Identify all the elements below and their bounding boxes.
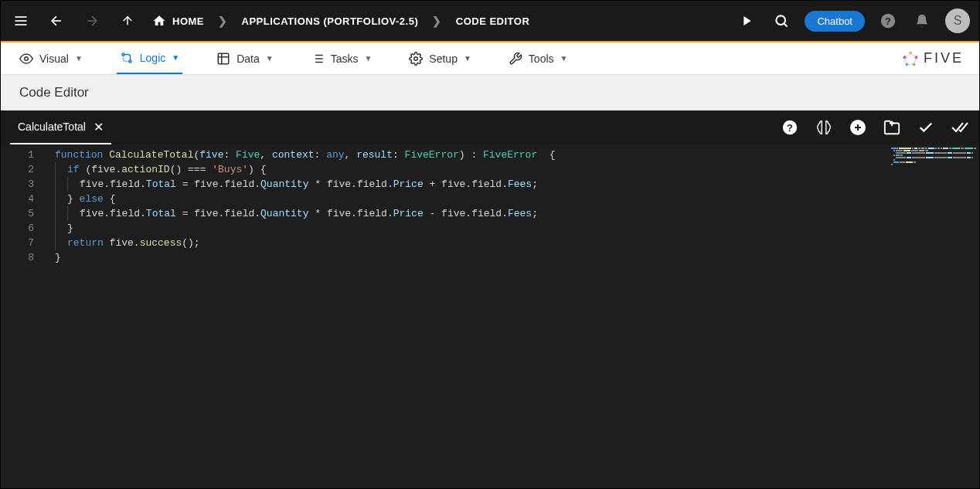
dropdown-arrow-icon: ▼ bbox=[75, 54, 83, 63]
back-arrow-icon[interactable] bbox=[46, 10, 67, 32]
menu-setup[interactable]: Setup ▼ bbox=[406, 44, 475, 73]
editor-tab[interactable]: CalculateTotal ✕ bbox=[10, 110, 111, 144]
menu-visual[interactable]: Visual ▼ bbox=[16, 44, 86, 73]
dropdown-arrow-icon: ▼ bbox=[464, 54, 471, 63]
dropdown-arrow-icon: ▼ bbox=[364, 54, 372, 63]
logo-text: FIVE bbox=[924, 50, 964, 66]
dropdown-arrow-icon: ▼ bbox=[172, 53, 179, 62]
svg-marker-6 bbox=[744, 16, 751, 25]
code-area[interactable]: function CalculateTotal(five: Five, cont… bbox=[43, 144, 979, 488]
svg-point-23 bbox=[414, 56, 418, 60]
menubar: Visual ▼ Logic ▼ Data ▼ Tasks ▼ Setup ▼ … bbox=[1, 42, 979, 75]
tools-icon bbox=[509, 52, 522, 66]
code-line[interactable]: if (five.actionID() === 'Buys') { bbox=[55, 162, 979, 177]
svg-text:?: ? bbox=[787, 122, 793, 134]
brain-icon[interactable] bbox=[814, 117, 834, 138]
bell-icon[interactable] bbox=[911, 10, 933, 32]
breadcrumb: HOME ❯ APPLICATIONS (PORTFOLIOV-2.5) ❯ C… bbox=[152, 14, 529, 28]
code-editor[interactable]: 12345678 function CalculateTotal(five: F… bbox=[1, 144, 979, 488]
home-icon bbox=[152, 14, 166, 28]
line-number: 7 bbox=[1, 236, 34, 250]
svg-line-29 bbox=[910, 53, 916, 57]
code-line[interactable]: } else { bbox=[55, 192, 979, 206]
menu-tools-label: Tools bbox=[529, 53, 554, 65]
svg-point-13 bbox=[129, 60, 131, 63]
menu-logic[interactable]: Logic ▼ bbox=[117, 43, 182, 74]
page-title-bar: Code Editor bbox=[1, 75, 979, 110]
help-circle-icon[interactable]: ? bbox=[780, 117, 800, 138]
code-line[interactable]: five.field.Total = five.field.Quantity *… bbox=[55, 177, 979, 192]
folder-open-icon[interactable] bbox=[882, 117, 902, 138]
code-line[interactable]: five.field.Total = five.field.Quantity *… bbox=[55, 206, 979, 221]
line-number: 1 bbox=[1, 148, 34, 162]
dropdown-arrow-icon: ▼ bbox=[560, 54, 568, 63]
chatbot-button[interactable]: Chatbot bbox=[805, 11, 865, 32]
menu-tools[interactable]: Tools ▼ bbox=[505, 44, 571, 73]
avatar[interactable]: S bbox=[945, 8, 970, 33]
chevron-right-icon: ❯ bbox=[432, 15, 442, 27]
code-line[interactable]: } bbox=[55, 221, 979, 236]
minimap[interactable] bbox=[891, 148, 976, 163]
check-icon[interactable] bbox=[916, 117, 936, 138]
svg-point-11 bbox=[25, 56, 29, 60]
table-icon bbox=[216, 52, 230, 66]
help-icon[interactable]: ? bbox=[877, 10, 899, 32]
breadcrumb-applications[interactable]: APPLICATIONS (PORTFOLIOV-2.5) bbox=[242, 15, 419, 27]
menu-data[interactable]: Data ▼ bbox=[213, 44, 276, 73]
menu-data-label: Data bbox=[236, 53, 260, 65]
menu-setup-label: Setup bbox=[429, 53, 458, 65]
eye-icon bbox=[19, 52, 33, 66]
logo: FIVE bbox=[902, 50, 964, 67]
svg-rect-14 bbox=[218, 53, 229, 64]
menu-tasks-label: Tasks bbox=[331, 53, 359, 65]
up-arrow-icon[interactable] bbox=[117, 10, 138, 32]
svg-text:?: ? bbox=[885, 15, 891, 27]
line-number: 6 bbox=[1, 221, 34, 236]
line-gutter: 12345678 bbox=[1, 144, 43, 488]
logic-icon bbox=[120, 51, 134, 65]
editor-tabbar: CalculateTotal ✕ ? bbox=[1, 110, 979, 144]
line-number: 4 bbox=[1, 192, 34, 206]
breadcrumb-editor[interactable]: CODE EDITOR bbox=[456, 15, 530, 27]
editor-tab-label: CalculateTotal bbox=[18, 121, 86, 133]
svg-line-30 bbox=[914, 57, 917, 64]
line-number: 8 bbox=[1, 250, 34, 265]
double-check-icon[interactable] bbox=[950, 117, 970, 138]
gear-icon bbox=[409, 52, 423, 66]
svg-line-33 bbox=[905, 53, 910, 57]
svg-line-8 bbox=[784, 23, 788, 26]
five-logo-icon bbox=[902, 50, 919, 67]
search-icon[interactable] bbox=[771, 10, 792, 32]
breadcrumb-home[interactable]: HOME bbox=[152, 14, 204, 28]
play-icon[interactable] bbox=[737, 10, 758, 32]
chevron-right-icon: ❯ bbox=[218, 15, 228, 27]
svg-point-7 bbox=[777, 15, 786, 25]
hamburger-menu-icon[interactable] bbox=[10, 10, 32, 32]
menu-visual-label: Visual bbox=[39, 53, 69, 65]
forward-arrow-icon bbox=[81, 10, 103, 32]
editor-actions: ? bbox=[780, 117, 970, 138]
topbar: HOME ❯ APPLICATIONS (PORTFOLIOV-2.5) ❯ C… bbox=[1, 1, 979, 42]
line-number: 2 bbox=[1, 162, 34, 177]
add-circle-icon[interactable] bbox=[848, 117, 868, 138]
page-title: Code Editor bbox=[19, 85, 89, 100]
list-icon bbox=[311, 52, 325, 66]
breadcrumb-editor-label: CODE EDITOR bbox=[456, 15, 530, 27]
svg-line-32 bbox=[905, 57, 907, 64]
svg-point-12 bbox=[122, 53, 124, 56]
close-icon[interactable]: ✕ bbox=[94, 120, 104, 134]
line-number: 5 bbox=[1, 206, 34, 221]
menu-tasks[interactable]: Tasks ▼ bbox=[308, 44, 376, 73]
code-line[interactable]: return five.success(); bbox=[55, 236, 979, 250]
dropdown-arrow-icon: ▼ bbox=[266, 54, 274, 63]
breadcrumb-applications-label: APPLICATIONS (PORTFOLIOV-2.5) bbox=[242, 15, 419, 27]
code-line[interactable]: } bbox=[55, 250, 979, 265]
topbar-right: Chatbot ? S bbox=[737, 8, 970, 33]
topbar-left: HOME ❯ APPLICATIONS (PORTFOLIOV-2.5) ❯ C… bbox=[10, 10, 529, 32]
breadcrumb-home-label: HOME bbox=[172, 15, 204, 27]
menu-logic-label: Logic bbox=[140, 52, 165, 64]
code-line[interactable]: function CalculateTotal(five: Five, cont… bbox=[55, 148, 979, 162]
line-number: 3 bbox=[1, 177, 34, 192]
